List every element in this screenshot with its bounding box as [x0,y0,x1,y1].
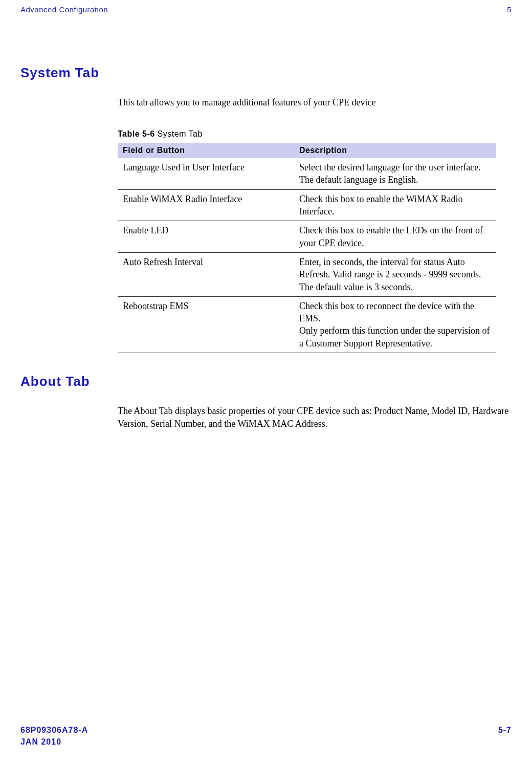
about-tab-heading: About Tab [20,374,512,389]
column-header-description: Description [294,143,496,158]
table-title: System Tab [155,129,203,138]
field-cell: Auto Refresh Interval [118,252,294,296]
table-row: Auto Refresh Interval Enter, in seconds,… [118,252,496,296]
system-tab-heading: System Tab [20,65,512,81]
field-cell: Rebootstrap EMS [118,296,294,353]
table-row: Rebootstrap EMS Check this box to reconn… [118,296,496,353]
footer-left: 68P09306A78-A JAN 2010 [20,725,88,748]
table-row: Enable WiMAX Radio Interface Check this … [118,189,496,221]
page-header: Advanced Configuration 5 [20,5,512,14]
column-header-field: Field or Button [118,143,294,158]
table-caption: Table 5-6 System Tab [118,129,512,139]
document-date: JAN 2010 [20,736,88,748]
page-footer: 68P09306A78-A JAN 2010 5-7 [20,725,512,748]
description-cell: Check this box to enable the LEDs on the… [294,221,496,253]
about-tab-intro: The About Tab displays basic properties … [118,405,512,430]
header-chapter-number: 5 [507,5,512,14]
header-title: Advanced Configuration [20,5,108,14]
description-cell: Check this box to enable the WiMAX Radio… [294,189,496,221]
field-cell: Language Used in User Interface [118,158,294,189]
table-header-row: Field or Button Description [118,143,496,158]
field-cell: Enable LED [118,221,294,253]
field-cell: Enable WiMAX Radio Interface [118,189,294,221]
document-number: 68P09306A78-A [20,725,88,736]
page-number: 5-7 [498,725,512,748]
table-row: Language Used in User Interface Select t… [118,158,496,189]
description-cell: Enter, in seconds, the interval for stat… [294,252,496,296]
description-cell: Check this box to reconnect the device w… [294,296,496,353]
table-number: Table 5-6 [118,129,155,138]
system-tab-intro: This tab allows you to manage additional… [118,96,512,109]
system-table: Field or Button Description Language Use… [118,143,496,353]
table-row: Enable LED Check this box to enable the … [118,221,496,253]
description-cell: Select the desired language for the user… [294,158,496,189]
